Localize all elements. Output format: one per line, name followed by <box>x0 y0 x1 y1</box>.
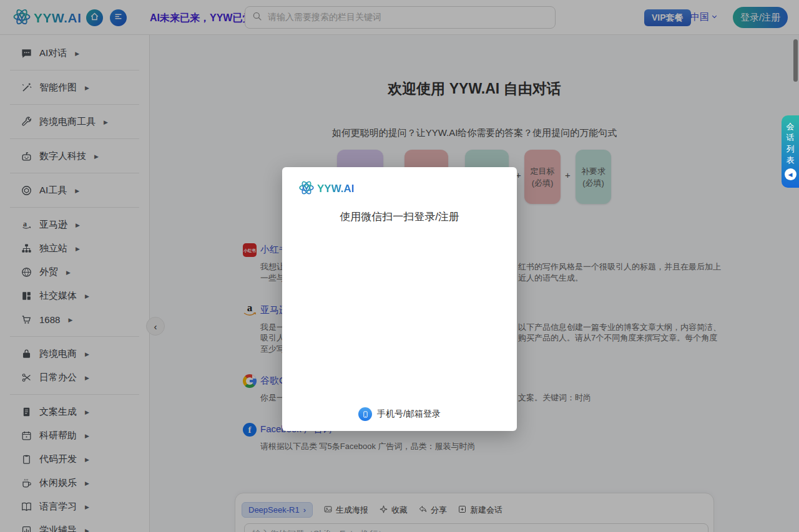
phone-icon <box>358 407 372 421</box>
conversation-list-label: 会话列表 <box>786 121 795 166</box>
scrollbar-thumb[interactable] <box>793 39 798 82</box>
conversation-list-tab[interactable]: 会话列表 ◀ <box>782 115 799 188</box>
modal-brand-logo: YYW.AI <box>298 180 355 198</box>
wechat-scan-login-title: 使用微信扫一扫登录/注册 <box>282 210 517 224</box>
collapse-arrow-button[interactable]: ◀ <box>785 168 797 180</box>
phone-email-login-button[interactable]: 手机号/邮箱登录 <box>282 407 517 421</box>
arrow-left-icon: ◀ <box>788 172 793 178</box>
atom-logo-icon <box>298 180 315 198</box>
modal-brand-name: YYW.AI <box>317 183 355 195</box>
page: YYW.AI AI未来已来，YYW已觉醒 请输入需要搜索的栏目关键词 VIP套餐… <box>0 0 799 532</box>
phone-email-login-label: 手机号/邮箱登录 <box>377 409 441 420</box>
login-modal: YYW.AI 使用微信扫一扫登录/注册 手机号/邮箱登录 <box>282 167 517 431</box>
